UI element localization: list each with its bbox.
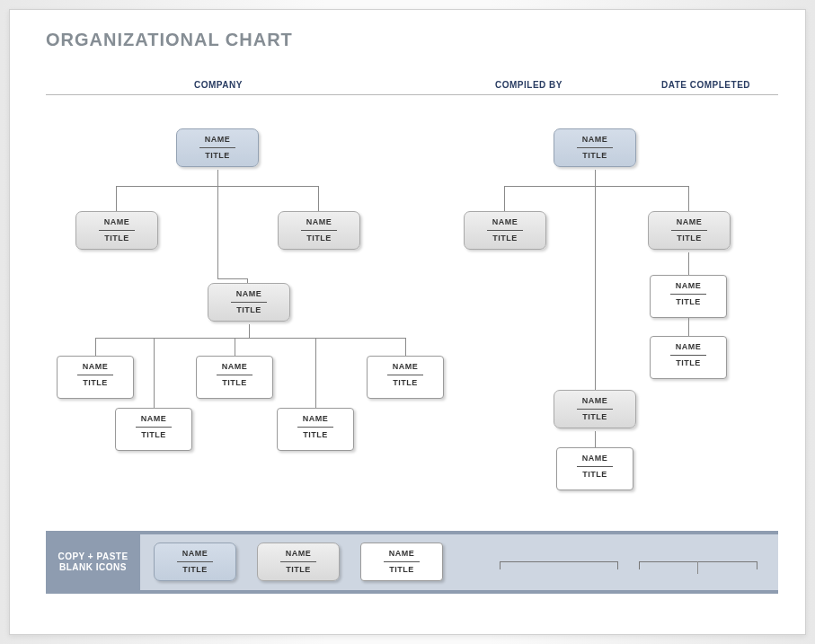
org-node[interactable]: NAMETITLE bbox=[648, 211, 731, 250]
connector bbox=[154, 338, 155, 408]
org-chart-canvas: NAME TITLE NAMETITLE NAMETITLE NAMETITLE bbox=[46, 100, 778, 517]
org-node-title: TITLE bbox=[561, 470, 629, 479]
card-divider bbox=[487, 230, 523, 231]
card-divider bbox=[577, 466, 613, 467]
org-node-title: TITLE bbox=[468, 234, 542, 243]
connector bbox=[595, 431, 596, 447]
org-node-title: TITLE bbox=[80, 234, 154, 243]
org-node-title: TITLE bbox=[200, 378, 269, 387]
card-divider bbox=[217, 375, 252, 375]
iconbar-label-line: COPY + PASTE bbox=[58, 551, 128, 563]
card-divider bbox=[199, 147, 235, 148]
palette-node-blue[interactable]: NAMETITLE bbox=[154, 543, 236, 581]
org-node[interactable]: NAMETITLE bbox=[196, 356, 273, 399]
card-divider bbox=[670, 355, 706, 356]
blank-icon-bar: COPY + PASTE BLANK ICONS NAMETITLE NAMET… bbox=[46, 531, 778, 594]
card-divider bbox=[577, 147, 613, 148]
org-node-name: NAME bbox=[282, 217, 356, 226]
connector bbox=[217, 278, 247, 279]
org-node[interactable]: NAMETITLE bbox=[650, 275, 727, 318]
card-divider bbox=[280, 561, 316, 562]
palette-node-grey[interactable]: NAMETITLE bbox=[257, 543, 340, 581]
card-divider bbox=[99, 230, 135, 231]
connector bbox=[688, 318, 689, 336]
column-header-date: DATE COMPLETED bbox=[661, 80, 750, 90]
org-node-title: TITLE bbox=[181, 151, 254, 160]
org-node-title: TITLE bbox=[281, 430, 350, 439]
org-node-name: NAME bbox=[468, 217, 542, 226]
org-node-name: NAME bbox=[80, 217, 154, 226]
palette-connector-horizontal[interactable] bbox=[500, 561, 618, 569]
org-node-title: TITLE bbox=[261, 565, 335, 574]
connector bbox=[504, 186, 689, 187]
org-node-name: NAME bbox=[200, 362, 269, 371]
org-node-name: NAME bbox=[558, 135, 632, 144]
org-node[interactable]: NAMETITLE bbox=[556, 447, 633, 490]
org-node-title: TITLE bbox=[654, 297, 722, 306]
org-node-name: NAME bbox=[365, 549, 439, 558]
org-node[interactable]: NAMETITLE bbox=[554, 128, 636, 167]
org-node[interactable]: NAMETITLE bbox=[650, 336, 727, 379]
org-node[interactable]: NAMETITLE bbox=[57, 356, 134, 399]
connector bbox=[116, 186, 117, 211]
org-node[interactable]: NAMETITLE bbox=[367, 356, 444, 399]
org-node-title: TITLE bbox=[365, 565, 439, 574]
org-node[interactable]: NAMETITLE bbox=[554, 390, 636, 428]
column-header-compiled: COMPILED BY bbox=[495, 80, 563, 90]
card-divider bbox=[577, 409, 613, 410]
org-node[interactable]: NAME TITLE bbox=[176, 128, 259, 167]
org-node-name: NAME bbox=[371, 362, 439, 371]
org-node-name: NAME bbox=[281, 414, 350, 423]
org-node-title: TITLE bbox=[120, 430, 188, 439]
org-node-name: NAME bbox=[561, 454, 629, 463]
org-node[interactable]: NAMETITLE bbox=[278, 211, 360, 250]
header-rule bbox=[46, 94, 778, 95]
connector bbox=[217, 170, 218, 186]
org-node-title: TITLE bbox=[652, 234, 726, 243]
org-node[interactable]: NAMETITLE bbox=[277, 408, 354, 451]
org-node[interactable]: NAMETITLE bbox=[464, 211, 546, 250]
iconbar-label: COPY + PASTE BLANK ICONS bbox=[46, 531, 140, 594]
org-node-name: NAME bbox=[654, 281, 722, 290]
org-node-title: TITLE bbox=[558, 151, 632, 160]
connector bbox=[235, 338, 235, 356]
org-node[interactable]: NAMETITLE bbox=[208, 283, 290, 322]
iconbar-label-line: BLANK ICONS bbox=[59, 562, 127, 574]
connector bbox=[249, 324, 250, 338]
org-node-name: NAME bbox=[652, 217, 726, 226]
palette-connector-stub bbox=[697, 561, 698, 574]
org-node-name: NAME bbox=[212, 289, 286, 298]
org-node-name: NAME bbox=[261, 549, 335, 558]
org-node-name: NAME bbox=[120, 414, 188, 423]
connector bbox=[405, 338, 406, 356]
connector bbox=[504, 186, 505, 211]
org-node-name: NAME bbox=[181, 135, 254, 144]
palette-node-white[interactable]: NAMETITLE bbox=[360, 543, 443, 581]
card-divider bbox=[387, 375, 423, 375]
org-node-name: NAME bbox=[158, 549, 232, 558]
card-divider bbox=[384, 561, 420, 562]
document-sheet: ORGANIZATIONAL CHART COMPANY COMPILED BY… bbox=[9, 9, 806, 635]
palette-connector-branched[interactable] bbox=[639, 561, 757, 569]
connector bbox=[688, 186, 689, 211]
org-node-title: TITLE bbox=[212, 305, 286, 314]
connector bbox=[595, 186, 596, 390]
org-node[interactable]: NAMETITLE bbox=[115, 408, 192, 451]
iconbar-tray: NAMETITLE NAMETITLE NAMETITLE bbox=[140, 534, 778, 590]
org-node-title: TITLE bbox=[282, 234, 356, 243]
card-divider bbox=[231, 302, 267, 303]
connector bbox=[217, 186, 218, 278]
connector bbox=[688, 252, 689, 275]
connector bbox=[595, 170, 596, 186]
org-node-title: TITLE bbox=[654, 358, 722, 367]
org-node-name: NAME bbox=[558, 396, 632, 405]
card-divider bbox=[77, 375, 113, 375]
org-node[interactable]: NAMETITLE bbox=[75, 211, 158, 250]
org-node-title: TITLE bbox=[61, 378, 129, 387]
connector bbox=[95, 338, 96, 356]
org-node-title: TITLE bbox=[371, 378, 439, 387]
org-node-name: NAME bbox=[654, 342, 722, 351]
page-title: ORGANIZATIONAL CHART bbox=[46, 30, 293, 50]
card-divider bbox=[136, 427, 172, 428]
card-divider bbox=[301, 230, 337, 231]
